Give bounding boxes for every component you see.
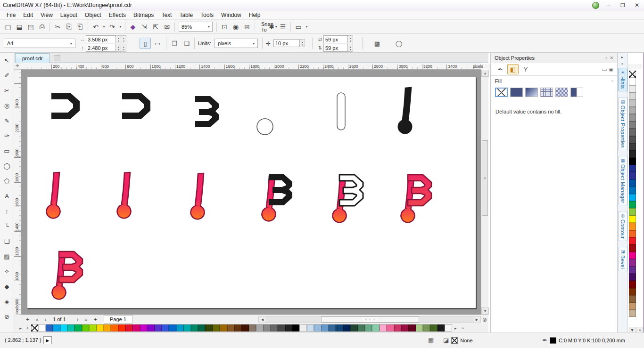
fountain-fill-button[interactable] <box>525 88 538 97</box>
workspace-button[interactable]: ▭ <box>293 21 304 32</box>
color-swatch[interactable] <box>82 324 89 332</box>
color-swatch[interactable] <box>380 324 387 332</box>
restore-button[interactable]: ❐ <box>616 0 630 10</box>
vertical-scroll-thumb[interactable]: ≡ <box>482 140 488 216</box>
color-swatch[interactable] <box>155 324 162 332</box>
glyph-note-three-outline[interactable] <box>333 175 363 223</box>
color-swatch[interactable] <box>314 324 321 332</box>
undo-button[interactable]: ↶ <box>90 21 101 32</box>
duplicate-y-spinner[interactable]: ▴▾ <box>348 44 353 52</box>
scroll-left-button[interactable]: ◀ <box>259 316 266 323</box>
color-swatch[interactable] <box>227 324 234 332</box>
color-swatch[interactable] <box>162 324 169 332</box>
uniform-fill-button[interactable] <box>510 88 523 97</box>
polygon-tool[interactable]: ⬠ <box>1 175 13 186</box>
color-swatch[interactable] <box>629 121 636 129</box>
scroll-down-button[interactable]: ▼ <box>481 308 489 315</box>
vector-pattern-fill-button[interactable] <box>540 88 553 97</box>
glyph-note-pink-2[interactable] <box>117 172 131 219</box>
page-area[interactable] <box>27 77 476 308</box>
color-swatch[interactable] <box>336 324 343 332</box>
page-height-spinner-2[interactable]: ▴▾ <box>121 44 126 52</box>
color-swatch[interactable] <box>60 324 67 332</box>
color-swatch[interactable] <box>249 324 256 332</box>
color-swatch[interactable] <box>329 324 336 332</box>
fill-status[interactable]: ◪ None <box>443 337 473 344</box>
first-page-button[interactable]: « <box>33 316 41 323</box>
two-color-pattern-fill-button[interactable] <box>570 88 583 97</box>
page-height-value[interactable]: 2.480 px <box>86 44 116 52</box>
smart-fill-tool[interactable]: ◈ <box>1 296 13 307</box>
color-swatch[interactable] <box>241 324 248 332</box>
color-swatch[interactable] <box>97 324 104 332</box>
docker-tab-object-manager[interactable]: ▦ Object Manager <box>618 156 627 205</box>
toolbar-separator[interactable] <box>216 22 217 32</box>
landscape-button[interactable]: ▭ <box>152 38 163 49</box>
color-swatch[interactable] <box>67 324 74 332</box>
color-swatch[interactable] <box>629 310 636 317</box>
fullscreen-preview-button[interactable]: ⊡ <box>219 21 230 32</box>
page-width-spinner[interactable]: ▴▾ <box>116 35 121 43</box>
color-swatch[interactable] <box>629 129 636 136</box>
menu-text[interactable]: Text <box>157 11 175 19</box>
menu-file[interactable]: File <box>3 11 19 19</box>
transparency-tool[interactable]: ▨ <box>1 251 13 262</box>
color-swatch[interactable] <box>629 216 636 223</box>
menu-help[interactable]: Help <box>245 11 264 19</box>
snap-to-dropdown[interactable]: Snap To ▾ <box>259 22 264 32</box>
color-swatch[interactable] <box>629 259 636 266</box>
color-swatch[interactable] <box>629 230 636 237</box>
last-page-button[interactable]: » <box>82 316 90 323</box>
toolbar-separator[interactable] <box>50 22 50 32</box>
color-swatch[interactable] <box>147 324 154 332</box>
all-pages-button[interactable]: ❐ <box>169 38 180 49</box>
cut-button[interactable]: ✂ <box>52 21 63 32</box>
color-swatch[interactable] <box>629 288 636 295</box>
palette-eyedropper-button[interactable]: ✧ <box>24 324 31 332</box>
color-swatch[interactable] <box>629 186 636 194</box>
undo-dropdown[interactable]: ▾ <box>101 21 107 32</box>
color-swatch[interactable] <box>629 78 636 85</box>
pick-tool[interactable]: ↖ <box>1 55 13 66</box>
import-button[interactable]: ⇲ <box>139 21 150 32</box>
color-swatch[interactable] <box>140 324 147 332</box>
show-grid-button[interactable]: ⊞ <box>241 21 253 32</box>
glyph-bracket-left-2[interactable] <box>122 93 150 119</box>
docker-tab-bevel[interactable]: ◪ Bevel <box>618 247 627 271</box>
parallel-dimension-tool[interactable]: ↕ <box>1 205 13 217</box>
color-swatch[interactable] <box>423 324 430 332</box>
prev-page-button[interactable]: ‹ <box>41 316 50 323</box>
options-button[interactable]: ✱ <box>266 21 277 32</box>
publish-pdf-button[interactable]: ✉ <box>161 21 173 32</box>
menu-window[interactable]: Window <box>217 11 245 19</box>
connector-tool[interactable]: └ <box>1 220 13 232</box>
zoom-tool[interactable]: ◎ <box>1 100 13 111</box>
scroll-up-button[interactable]: ▲ <box>481 70 489 77</box>
menu-object[interactable]: Object <box>81 11 105 19</box>
color-swatch[interactable] <box>629 244 636 251</box>
outline-section-tab[interactable]: ✒ <box>495 64 506 74</box>
color-swatch[interactable] <box>169 324 176 332</box>
glyph-note-three-pink-2[interactable] <box>52 251 83 299</box>
color-swatch[interactable] <box>629 201 636 208</box>
color-swatch[interactable] <box>629 172 636 179</box>
shape-circle-small[interactable] <box>257 119 273 135</box>
page-width-field[interactable]: ↔ 3.508 px ▴▾ ▴▾ <box>79 35 126 43</box>
color-swatch[interactable] <box>176 324 183 332</box>
toolbar-separator[interactable] <box>125 22 125 32</box>
color-swatch[interactable] <box>430 324 437 332</box>
portrait-button[interactable]: ▯ <box>140 38 151 49</box>
new-tab-stub[interactable] <box>54 55 60 61</box>
export-button[interactable]: ⇱ <box>150 21 161 32</box>
color-swatch[interactable] <box>292 324 299 332</box>
corel-account-icon[interactable] <box>589 0 602 10</box>
color-swatch[interactable] <box>183 324 190 332</box>
color-swatch[interactable] <box>629 274 636 281</box>
docker-tab-hints[interactable]: ✦ Hints <box>618 68 627 91</box>
zoom-level-combo[interactable]: 85% ▾ <box>179 22 213 32</box>
color-swatch[interactable] <box>322 324 329 332</box>
docker-close-icon[interactable]: ✕ <box>610 56 613 60</box>
duplicate-y-field[interactable]: ⇅ 59 px ▴▾ <box>317 44 353 52</box>
color-swatch[interactable] <box>629 303 636 310</box>
color-swatch[interactable] <box>629 71 636 78</box>
